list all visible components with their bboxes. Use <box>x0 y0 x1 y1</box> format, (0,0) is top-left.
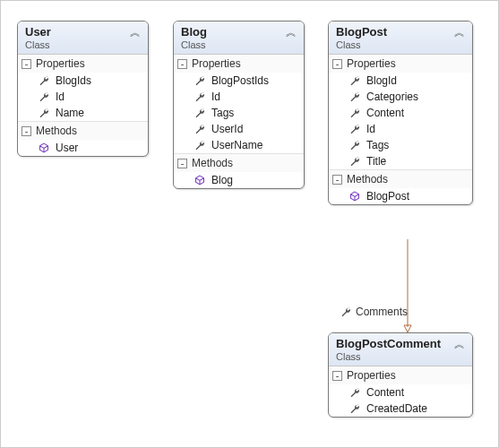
collapse-section-icon[interactable]: - <box>177 59 187 69</box>
collapse-class-icon[interactable]: ︽ <box>128 25 142 39</box>
member-name: Id <box>366 123 375 135</box>
member-name: Tags <box>366 139 389 151</box>
collapse-class-icon[interactable]: ︽ <box>452 337 467 351</box>
class-title: BlogPost <box>336 25 387 39</box>
property-member[interactable]: UserName <box>174 137 304 153</box>
method-member[interactable]: Blog <box>174 172 304 188</box>
member-name: UserId <box>211 123 243 135</box>
wrench-icon <box>194 140 206 151</box>
collapse-section-icon[interactable]: - <box>22 59 31 69</box>
methods-section-header[interactable]: -Methods <box>18 121 148 140</box>
section-label: Properties <box>347 369 396 382</box>
wrench-icon <box>194 75 206 86</box>
relationship-label[interactable]: Comments <box>340 306 408 318</box>
class-header[interactable]: UserClass︽ <box>18 22 148 55</box>
member-name: CreatedDate <box>366 402 427 415</box>
wrench-icon <box>348 156 361 167</box>
collapse-class-icon[interactable]: ︽ <box>284 25 298 39</box>
cube-icon <box>348 191 361 202</box>
svg-marker-1 <box>404 325 411 332</box>
property-member[interactable]: Tags <box>174 105 304 121</box>
collapse-section-icon[interactable]: - <box>22 126 31 136</box>
section-label: Methods <box>347 173 388 185</box>
collapse-section-icon[interactable]: - <box>177 159 187 168</box>
collapse-section-icon[interactable]: - <box>332 371 342 381</box>
property-member[interactable]: Tags <box>329 137 472 153</box>
wrench-icon <box>348 403 361 414</box>
class-title: BlogPostComment <box>336 337 441 350</box>
cube-icon <box>194 175 206 185</box>
property-member[interactable]: Categories <box>329 89 472 105</box>
property-member[interactable]: Id <box>18 89 148 105</box>
member-name: BlogId <box>366 74 397 87</box>
member-name: Content <box>366 386 404 399</box>
property-member[interactable]: UserId <box>174 121 304 137</box>
property-member[interactable]: Content <box>329 384 472 401</box>
class-blog[interactable]: BlogClass︽-PropertiesBlogPostIdsIdTagsUs… <box>173 21 305 189</box>
wrench-icon <box>194 91 206 102</box>
wrench-icon <box>348 140 361 151</box>
class-subtitle: Class <box>181 39 207 50</box>
wrench-icon <box>340 306 352 317</box>
member-name: Tags <box>211 107 234 119</box>
member-name: Content <box>366 107 404 119</box>
property-member[interactable]: Content <box>329 105 472 121</box>
member-name: Id <box>56 90 65 103</box>
member-name: Id <box>211 90 220 103</box>
member-name: BlogIds <box>56 74 91 87</box>
property-member[interactable]: BlogPostIds <box>174 73 304 89</box>
collapse-section-icon[interactable]: - <box>332 175 342 185</box>
properties-section-header[interactable]: -Properties <box>18 55 148 73</box>
property-member[interactable]: Id <box>329 121 472 137</box>
member-name: User <box>56 142 78 154</box>
property-member[interactable]: Id <box>174 89 304 105</box>
member-name: Categories <box>366 90 418 103</box>
properties-section-header[interactable]: -Properties <box>174 55 304 73</box>
wrench-icon <box>348 91 361 102</box>
wrench-icon <box>348 75 361 86</box>
relationship-name: Comments <box>356 306 408 318</box>
methods-section-header[interactable]: -Methods <box>329 169 472 188</box>
wrench-icon <box>194 108 206 118</box>
wrench-icon <box>348 108 361 118</box>
class-header[interactable]: BlogClass︽ <box>174 22 304 55</box>
wrench-icon <box>38 108 50 118</box>
property-member[interactable]: Name <box>18 105 148 121</box>
section-label: Properties <box>347 57 396 70</box>
member-name: Blog <box>211 174 233 186</box>
class-title: User <box>25 25 51 39</box>
class-blogpostcomment[interactable]: BlogPostCommentClass︽-PropertiesContentC… <box>328 332 473 418</box>
wrench-icon <box>38 91 50 102</box>
class-header[interactable]: BlogPostCommentClass︽ <box>329 333 472 366</box>
methods-section-header[interactable]: -Methods <box>174 153 304 172</box>
collapse-class-icon[interactable]: ︽ <box>452 25 467 39</box>
method-member[interactable]: BlogPost <box>329 188 472 204</box>
properties-section-header[interactable]: -Properties <box>329 55 472 73</box>
member-name: Name <box>56 107 84 119</box>
section-label: Methods <box>36 125 77 137</box>
class-user[interactable]: UserClass︽-PropertiesBlogIdsIdName-Metho… <box>17 21 149 157</box>
member-name: Title <box>366 155 386 168</box>
wrench-icon <box>194 124 206 134</box>
class-title: Blog <box>181 25 207 39</box>
property-member[interactable]: BlogIds <box>18 73 148 89</box>
member-name: BlogPost <box>366 190 409 202</box>
property-member[interactable]: CreatedDate <box>329 401 472 417</box>
class-subtitle: Class <box>336 39 387 50</box>
wrench-icon <box>38 75 50 86</box>
cube-icon <box>38 142 50 153</box>
method-member[interactable]: User <box>18 140 148 156</box>
property-member[interactable]: Title <box>329 153 472 169</box>
member-name: UserName <box>211 139 262 151</box>
collapse-section-icon[interactable]: - <box>332 59 342 69</box>
class-header[interactable]: BlogPostClass︽ <box>329 22 472 55</box>
property-member[interactable]: BlogId <box>329 73 472 89</box>
wrench-icon <box>348 387 361 398</box>
class-blogpost[interactable]: BlogPostClass︽-PropertiesBlogIdCategorie… <box>328 21 473 205</box>
properties-section-header[interactable]: -Properties <box>329 366 472 384</box>
wrench-icon <box>348 124 361 134</box>
class-subtitle: Class <box>25 39 51 50</box>
class-subtitle: Class <box>336 351 441 362</box>
section-label: Properties <box>36 57 85 70</box>
member-name: BlogPostIds <box>211 74 269 87</box>
